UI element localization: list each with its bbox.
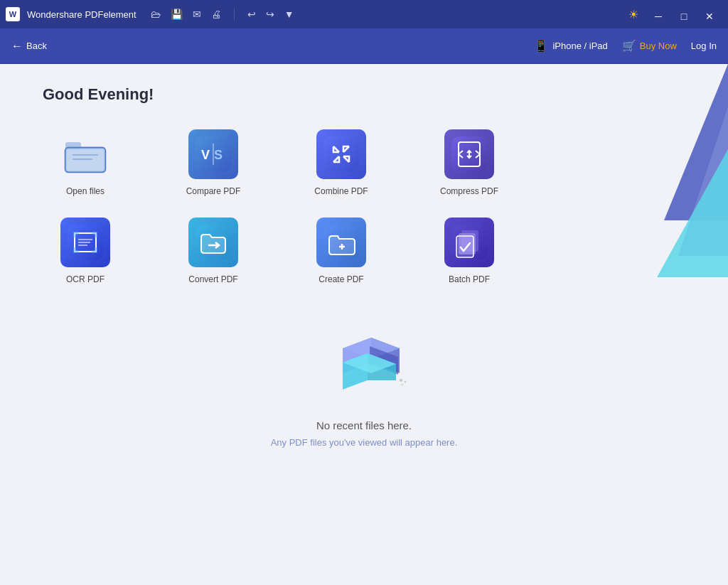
- minimize-button[interactable]: ─: [646, 6, 671, 27]
- action-convert-pdf[interactable]: Convert PDF: [171, 218, 256, 284]
- compare-pdf-label: Compare PDF: [186, 186, 241, 196]
- svg-marker-1: [678, 107, 728, 256]
- iphone-icon: 📱: [534, 39, 548, 53]
- app-title: Wondershare PDFelement: [27, 9, 136, 20]
- action-batch-pdf[interactable]: Batch PDF: [427, 218, 512, 284]
- maximize-button[interactable]: □: [671, 6, 697, 27]
- back-button[interactable]: ← Back: [11, 40, 47, 53]
- greeting-text: Good Evening!: [43, 85, 685, 104]
- back-arrow-icon: ←: [11, 40, 23, 53]
- svg-point-43: [400, 379, 402, 382]
- action-open-files[interactable]: Open files: [43, 129, 128, 196]
- combine-pdf-label: Combine PDF: [314, 186, 368, 196]
- svg-point-45: [402, 384, 404, 386]
- buy-now-button[interactable]: 🛒 Buy Now: [622, 39, 677, 53]
- undo-icon[interactable]: ↩: [247, 9, 256, 20]
- combine-pdf-icon: [316, 129, 366, 179]
- compress-pdf-label: Compress PDF: [440, 186, 498, 196]
- back-label: Back: [26, 41, 47, 51]
- no-files-subtitle: Any PDF files you've viewed will appear …: [271, 437, 458, 448]
- navbar: ← Back 📱 iPhone / iPad 🛒 Buy Now Log In: [0, 28, 728, 64]
- action-compare-pdf[interactable]: V S Compare PDF: [171, 129, 256, 196]
- mail-icon[interactable]: ✉: [193, 9, 201, 20]
- action-create-pdf[interactable]: Create PDF: [299, 218, 384, 284]
- batch-pdf-icon: [444, 218, 494, 267]
- compare-pdf-icon: V S: [188, 129, 238, 179]
- compress-pdf-icon: [444, 129, 494, 179]
- no-files-text: No recent files here.: [316, 419, 412, 431]
- main-content: Good Evening! Open files: [0, 64, 728, 585]
- ocr-pdf-label: OCR PDF: [66, 274, 105, 284]
- iphone-ipad-button[interactable]: 📱 iPhone / iPad: [534, 39, 607, 53]
- svg-rect-35: [456, 236, 473, 257]
- empty-state: No recent files here. Any PDF files you'…: [43, 320, 685, 448]
- print-icon[interactable]: 🖨: [211, 9, 221, 20]
- open-files-icon: [60, 129, 110, 179]
- app-logo: W: [6, 7, 20, 21]
- create-pdf-icon: [316, 218, 366, 267]
- open-files-label: Open files: [66, 186, 105, 196]
- convert-pdf-label: Convert PDF: [188, 274, 237, 284]
- svg-rect-13: [323, 136, 359, 172]
- toolbar-icons: 🗁 💾 ✉ 🖨 ↩ ↪ ▼: [151, 9, 294, 20]
- login-button[interactable]: Log In: [691, 41, 717, 51]
- svg-point-44: [405, 381, 407, 383]
- svg-text:S: S: [214, 148, 223, 162]
- iphone-ipad-label: iPhone / iPad: [552, 41, 607, 51]
- buy-now-label: Buy Now: [640, 41, 677, 51]
- theme-toggle-icon[interactable]: ☀: [628, 8, 638, 21]
- action-ocr-pdf[interactable]: OCR PDF: [43, 218, 128, 284]
- titlebar: W Wondershare PDFelement 🗁 💾 ✉ 🖨 ↩ ↪ ▼ ☀…: [0, 0, 728, 28]
- dropdown-icon[interactable]: ▼: [284, 9, 294, 20]
- empty-state-illustration: [314, 320, 414, 405]
- toolbar-separator: [234, 9, 235, 20]
- folder-icon[interactable]: 🗁: [151, 9, 161, 20]
- redo-icon[interactable]: ↪: [266, 9, 274, 20]
- window-controls: ─ □ ✕: [646, 2, 722, 27]
- login-label: Log In: [691, 41, 717, 51]
- cart-icon: 🛒: [622, 39, 636, 53]
- actions-grid: Open files V S: [43, 129, 685, 284]
- create-pdf-label: Create PDF: [318, 274, 363, 284]
- action-compress-pdf[interactable]: Compress PDF: [427, 129, 512, 196]
- ocr-pdf-icon: [60, 218, 110, 267]
- svg-rect-6: [65, 148, 105, 172]
- convert-pdf-icon: [188, 218, 238, 267]
- batch-pdf-label: Batch PDF: [449, 274, 490, 284]
- close-button[interactable]: ✕: [697, 6, 722, 27]
- save-icon[interactable]: 💾: [171, 9, 183, 20]
- action-combine-pdf[interactable]: Combine PDF: [299, 129, 384, 196]
- svg-text:V: V: [201, 148, 210, 162]
